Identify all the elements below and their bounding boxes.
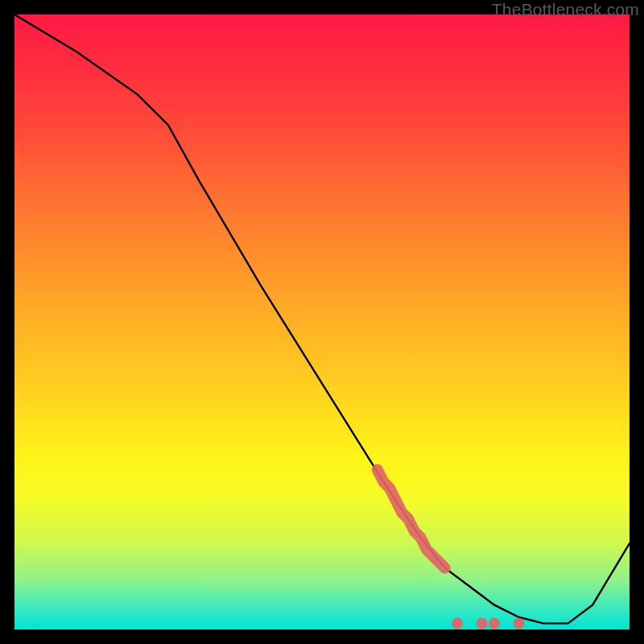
highlight-dot [452,617,463,629]
chart-plot-area [14,14,630,630]
highlight-dot [477,617,488,629]
chart-svg [14,14,630,630]
highlight-dots [452,617,524,629]
highlight-thick-segment [378,469,445,568]
highlight-dot [514,617,525,629]
curve-line [14,14,630,623]
attribution-label: TheBottleneck.com [492,0,639,19]
highlight-dot [489,617,500,629]
highlight-stroke [378,469,445,568]
chart-frame: TheBottleneck.com [0,0,644,644]
